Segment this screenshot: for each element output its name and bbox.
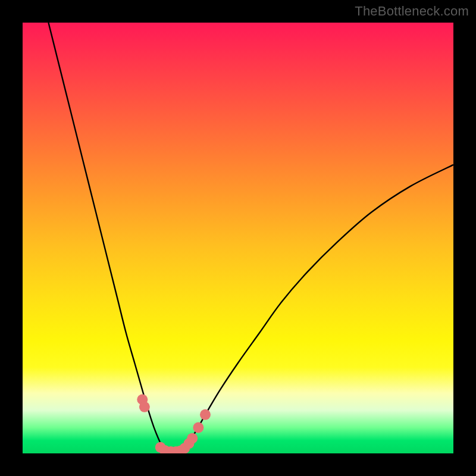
chart-overlay — [23, 23, 453, 453]
data-marker — [200, 409, 211, 420]
chart-frame: TheBottleneck.com — [0, 0, 476, 476]
right-curve — [182, 165, 453, 451]
data-marker — [187, 433, 198, 444]
left-curve — [48, 23, 164, 451]
data-marker — [193, 422, 203, 433]
plot-area — [23, 23, 453, 453]
data-markers — [137, 394, 211, 454]
watermark-text: TheBottleneck.com — [355, 4, 469, 19]
data-marker — [139, 402, 150, 412]
